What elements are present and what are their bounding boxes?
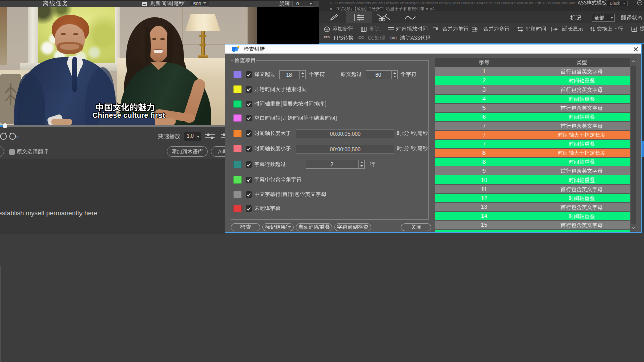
- svg-text:3: 3: [16, 135, 18, 139]
